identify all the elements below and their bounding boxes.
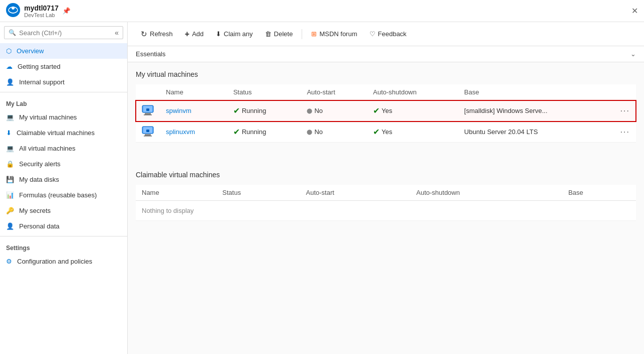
autoshutdown-icon: ✔: [373, 127, 380, 137]
my-vms-table-header: Name Status Auto-start Auto-shutdown: [136, 84, 636, 100]
claimable-vms-table: Name Status Auto-start Auto-shutdown: [136, 185, 636, 221]
status-icon: ✔: [233, 106, 240, 115]
security-alerts-icon: 🔒: [6, 160, 14, 168]
vm-autostart-cell: ⬤ No: [301, 100, 367, 122]
data-disks-label: My data disks: [19, 176, 59, 183]
claim-any-icon: ⬇: [216, 30, 221, 38]
app-icon: [6, 3, 20, 19]
sidebar-item-my-vms[interactable]: 💻 My virtual machines: [0, 109, 127, 125]
add-label: Add: [192, 30, 204, 38]
vm-autoshutdown-cell: ✔ Yes: [367, 100, 458, 122]
app-subtitle: DevTest Lab: [24, 12, 58, 18]
claimable-col-autoshutdown: Auto-shutdown: [410, 185, 562, 201]
vm-base-cell: Ubuntu Server 20.04 LTS: [458, 122, 614, 143]
status-icon: ✔: [233, 127, 240, 137]
add-button[interactable]: + Add: [180, 27, 209, 41]
vm-name-cell: splinuxvm: [160, 122, 227, 143]
msdn-forum-button[interactable]: ⊞ MSDN forum: [306, 28, 362, 40]
vm-more-cell[interactable]: ···: [614, 100, 636, 122]
vm-status-cell: ✔ Running: [227, 122, 301, 143]
my-vms-table: Name Status Auto-start Auto-shutdown: [136, 84, 636, 143]
delete-button[interactable]: 🗑 Delete: [260, 28, 298, 40]
essentials-chevron[interactable]: ⌄: [630, 50, 636, 58]
essentials-bar: Essentials ⌄: [128, 46, 644, 62]
autoshutdown-icon: ✔: [373, 106, 380, 115]
sidebar-item-claimable-vms[interactable]: ⬇ Claimable virtual machines: [0, 125, 127, 141]
claimable-vms-title: Claimable virtual machines: [136, 171, 636, 179]
feedback-icon: ♡: [370, 30, 376, 38]
refresh-button[interactable]: ↻ Refresh: [136, 27, 178, 41]
table-row[interactable]: splinuxvm ✔ Running ⬤: [136, 122, 636, 143]
svg-point-2: [12, 7, 15, 10]
vm-base-cell: [smalldisk] Windows Serve...: [458, 100, 614, 122]
getting-started-label: Getting started: [18, 63, 60, 70]
svg-rect-7: [146, 108, 149, 111]
claim-any-button[interactable]: ⬇ Claim any: [211, 28, 258, 40]
more-options-button[interactable]: ···: [620, 106, 630, 115]
claimable-vms-header: Name Status Auto-start Auto-shutdown: [136, 185, 636, 201]
sidebar-item-config-policies[interactable]: ⚙ Configuration and policies: [0, 254, 127, 269]
sidebar-item-my-data-disks[interactable]: 💾 My data disks: [0, 172, 127, 187]
sidebar-item-personal-data[interactable]: 👤 Personal data: [0, 218, 127, 234]
delete-label: Delete: [274, 30, 293, 38]
add-icon: +: [185, 30, 190, 39]
search-input[interactable]: [19, 29, 115, 37]
col-status-header: Status: [227, 84, 301, 100]
my-vms-label: My virtual machines: [19, 113, 77, 121]
toolbar: ↻ Refresh + Add ⬇ Claim any 🗑 Delete ⊞ M…: [128, 22, 644, 46]
claimable-vms-section: Claimable virtual machines Name Status A…: [128, 163, 644, 229]
col-name-header: Name: [160, 84, 227, 100]
col-more-header: [614, 84, 636, 100]
data-disks-icon: 💾: [6, 176, 14, 183]
table-row[interactable]: spwinvm ✔ Running ⬤: [136, 100, 636, 122]
sidebar-item-internal-support[interactable]: 👤 Internal support: [0, 74, 127, 90]
config-label: Configuration and policies: [17, 258, 93, 265]
all-vms-label: All virtual machines: [19, 145, 75, 152]
close-button[interactable]: ✕: [631, 6, 638, 16]
svg-point-0: [6, 3, 20, 17]
my-vms-section: My virtual machines Name Status: [128, 62, 644, 151]
more-options-button[interactable]: ···: [620, 128, 630, 137]
sidebar-item-all-vms[interactable]: 💻 All virtual machines: [0, 141, 127, 156]
collapse-button[interactable]: «: [115, 29, 119, 37]
title-bar-text: mydtl0717 DevTest Lab: [24, 4, 58, 18]
nothing-to-display: Nothing to display: [136, 201, 636, 221]
refresh-label: Refresh: [150, 30, 173, 38]
vm-status-cell: ✔ Running: [227, 100, 301, 122]
essentials-label: Essentials: [136, 50, 630, 58]
refresh-icon: ↻: [141, 30, 147, 39]
search-box[interactable]: 🔍 «: [4, 26, 123, 39]
msdn-label: MSDN forum: [319, 30, 357, 38]
sidebar-item-overview[interactable]: ⬡ Overview: [0, 43, 127, 59]
sidebar-item-getting-started[interactable]: ☁ Getting started: [0, 59, 127, 74]
pin-icon[interactable]: 📌: [62, 7, 70, 15]
svg-rect-5: [144, 114, 152, 115]
overview-icon: ⬡: [6, 47, 12, 55]
personal-data-label: Personal data: [19, 222, 59, 230]
getting-started-icon: ☁: [6, 63, 13, 70]
claimable-col-status: Status: [216, 185, 300, 201]
content-area: ↻ Refresh + Add ⬇ Claim any 🗑 Delete ⊞ M…: [128, 22, 644, 354]
feedback-label: Feedback: [378, 30, 407, 38]
config-icon: ⚙: [6, 258, 12, 265]
claimable-col-name: Name: [136, 185, 216, 201]
content-scroll[interactable]: Essentials ⌄ My virtual machines Name: [128, 46, 644, 354]
sidebar-item-formulas[interactable]: 📊 Formulas (reusable bases): [0, 187, 127, 203]
security-alerts-label: Security alerts: [19, 160, 60, 168]
vm-icon-cell: [136, 122, 160, 143]
personal-data-icon: 👤: [6, 222, 14, 230]
feedback-button[interactable]: ♡ Feedback: [364, 28, 412, 40]
sidebar-item-my-secrets[interactable]: 🔑 My secrets: [0, 203, 127, 218]
vm-more-cell[interactable]: ···: [614, 122, 636, 143]
claimable-vms-label: Claimable virtual machines: [17, 129, 95, 137]
nav-divider-1: [0, 92, 127, 92]
toolbar-separator: [302, 29, 302, 39]
svg-rect-9: [145, 134, 151, 136]
internal-support-label: Internal support: [19, 78, 64, 86]
sidebar-item-security-alerts[interactable]: 🔒 Security alerts: [0, 156, 127, 172]
claim-any-label: Claim any: [224, 30, 253, 38]
msdn-icon: ⊞: [311, 30, 317, 38]
formulas-icon: 📊: [6, 191, 14, 199]
svg-rect-10: [144, 136, 152, 137]
vm-autostart-cell: ⬤ No: [301, 122, 367, 143]
